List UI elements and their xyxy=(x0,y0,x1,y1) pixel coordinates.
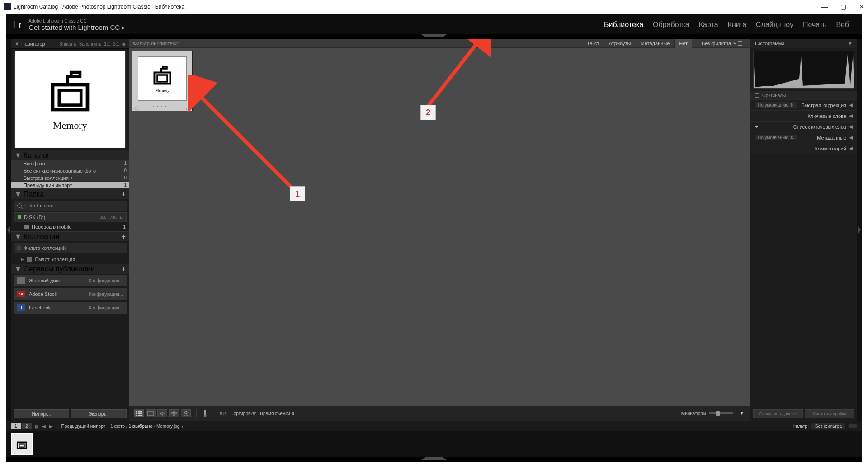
add-folder-icon[interactable]: + xyxy=(122,190,126,198)
filter-preset-dropdown[interactable]: Без фильтра ⇅ xyxy=(697,41,747,46)
thumbnail-cell[interactable]: Memory • • • • • xyxy=(132,51,193,111)
grid-small-icon[interactable]: ▦ xyxy=(34,424,38,429)
filter-switch-icon[interactable] xyxy=(848,424,857,428)
chevron-down-icon: ▼ xyxy=(14,41,19,47)
zoom-dd-icon[interactable]: ◆ xyxy=(122,42,126,47)
publish-configure[interactable]: Конфигурация... xyxy=(89,305,123,310)
navigator-preview[interactable]: Memory xyxy=(14,51,126,148)
left-panel-toggle[interactable] xyxy=(6,39,11,421)
module-web[interactable]: Веб xyxy=(831,21,854,29)
publish-item[interactable]: Жёсткий диск Конфигурация... xyxy=(14,275,127,286)
add-publish-icon[interactable]: + xyxy=(122,265,126,273)
thumbnail-size-slider[interactable] xyxy=(709,412,733,414)
filter-tab-attrs[interactable]: Атрибуты xyxy=(604,39,636,48)
metadata-preset-dropdown[interactable]: По умолчанию⇅ xyxy=(755,135,797,140)
originals-row[interactable]: Оригиналы xyxy=(750,91,857,99)
grid-view-icon[interactable] xyxy=(134,409,144,417)
catalog-item[interactable]: Все синхронизированные фото0 xyxy=(11,167,129,174)
publish-name: Adobe Stock xyxy=(29,291,57,297)
folder-filter-input[interactable]: Filter Folders xyxy=(14,201,127,211)
catalog-header[interactable]: ▼ Каталог xyxy=(11,150,129,160)
histogram[interactable] xyxy=(753,51,854,89)
status-filter-dropdown[interactable]: Без фильтра xyxy=(811,423,845,429)
painter-tool-icon[interactable] xyxy=(200,409,210,417)
metadata-section[interactable]: По умолчанию⇅ Метаданные ◀ xyxy=(750,132,857,143)
right-panel-toggle[interactable] xyxy=(857,39,862,421)
sort-dropdown[interactable]: Время съёмки ⇅ xyxy=(260,411,294,416)
import-button[interactable]: Импорт... xyxy=(14,409,69,418)
memory-folder-icon xyxy=(15,438,28,450)
catalog-item-selected[interactable]: Предыдущий импорт1 xyxy=(11,182,129,189)
chevron-down-icon[interactable]: ▾ xyxy=(181,424,184,429)
view-mode-1[interactable]: 1 xyxy=(11,423,21,429)
sort-direction-icon[interactable]: a↕z xyxy=(220,411,227,416)
close-button[interactable]: ✕ xyxy=(859,3,864,10)
sync-metadata-button[interactable]: Синхр. метаданные xyxy=(753,409,803,418)
zoom-fill[interactable]: Заполнить xyxy=(79,42,101,47)
publish-header[interactable]: ▼ Сервисы публикации + xyxy=(11,264,129,274)
filmstrip[interactable] xyxy=(6,431,862,457)
compare-view-icon[interactable]: X|Y xyxy=(157,409,167,417)
status-breadcrumb[interactable]: Предыдущий импорт xyxy=(61,424,106,429)
histogram-title: Гистограмма xyxy=(755,41,785,46)
catalog-item[interactable]: Все фото1 xyxy=(11,160,129,167)
adobestock-icon: St xyxy=(17,291,25,297)
survey-view-icon[interactable] xyxy=(169,409,179,417)
grid-view[interactable]: Memory • • • • • 1 2 xyxy=(129,48,750,406)
top-panel-toggle[interactable] xyxy=(6,34,862,39)
export-button[interactable]: Экспорт... xyxy=(71,409,127,418)
publish-configure[interactable]: Конфигурация... xyxy=(89,292,123,297)
disk-row[interactable]: DISK (D:) 355 / 736 ГБ xyxy=(14,212,127,222)
publish-item[interactable]: St Adobe Stock Конфигурация... xyxy=(14,288,127,300)
app-icon xyxy=(4,3,11,10)
histogram-header[interactable]: Гистограмма ▼ xyxy=(750,39,857,48)
comments-section[interactable]: Комментарий ◀ xyxy=(750,143,857,154)
prev-icon[interactable]: ◀ xyxy=(42,424,46,429)
maximize-button[interactable]: ▢ xyxy=(840,3,846,10)
view-mode-2[interactable]: 2 xyxy=(22,423,32,429)
toolbar-more-icon[interactable]: ▼ xyxy=(740,411,746,416)
catalog-item-count: 0 xyxy=(124,175,127,180)
header-line2[interactable]: Get started with Lightroom CC ▸ xyxy=(28,23,125,32)
loupe-view-icon[interactable] xyxy=(146,409,156,417)
lock-icon[interactable] xyxy=(738,41,742,46)
zoom-1-1[interactable]: 1:1 xyxy=(104,42,110,47)
collections-header[interactable]: ▼ Коллекции + xyxy=(11,231,129,241)
next-icon[interactable]: ▶ xyxy=(49,424,53,429)
publish-configure[interactable]: Конфигурация... xyxy=(89,278,123,283)
module-library[interactable]: Библиотека xyxy=(599,21,648,29)
zoom-fit[interactable]: Вписать xyxy=(59,42,76,47)
filmstrip-thumbnail[interactable] xyxy=(11,433,33,455)
module-book[interactable]: Книга xyxy=(723,21,751,29)
module-slideshow[interactable]: Слайд-шоу xyxy=(751,21,798,29)
bottom-panel-toggle[interactable] xyxy=(6,457,862,462)
rating-dots[interactable]: • • • • • xyxy=(132,104,192,108)
filter-tab-meta[interactable]: Метаданные xyxy=(636,39,675,48)
navigator-header[interactable]: ▼ Навигатор Вписать Заполнить 1:1 3:1 ◆ xyxy=(11,39,129,49)
quick-develop-section[interactable]: По умолчанию⇅ Быстрая коррекция ◀ xyxy=(750,99,857,110)
add-keyword-icon[interactable]: + xyxy=(755,123,759,130)
folders-header[interactable]: ▼ Папка + xyxy=(11,189,129,199)
folder-item[interactable]: Перевод в mobile 1 xyxy=(11,222,129,231)
checkbox-icon[interactable] xyxy=(755,93,760,98)
keywords-section[interactable]: Ключевые слова ◀ xyxy=(750,110,857,121)
publish-item[interactable]: f Facebook Конфигурация... xyxy=(14,302,127,314)
minimize-button[interactable]: — xyxy=(821,3,828,10)
filter-tab-text[interactable]: Текст xyxy=(582,39,604,48)
module-print[interactable]: Печать xyxy=(798,21,831,29)
center-area: Фильтр библиотеки: Текст Атрибуты Метада… xyxy=(129,39,750,421)
smart-collection-row[interactable]: ▶ Смарт-коллекция xyxy=(11,255,129,264)
keyword-list-section[interactable]: + Список ключевых слов ◀ xyxy=(750,121,857,132)
zoom-3-1[interactable]: 3:1 xyxy=(113,42,119,47)
svg-rect-18 xyxy=(171,414,174,416)
add-collection-icon[interactable]: + xyxy=(122,233,126,241)
collection-filter-input[interactable]: Фильтр коллекций xyxy=(14,243,127,253)
preset-dropdown[interactable]: По умолчанию⇅ xyxy=(755,102,797,108)
catalog-item[interactable]: Быстрая коллекция +0 xyxy=(11,174,129,182)
module-map[interactable]: Карта xyxy=(694,21,723,29)
sync-settings-button[interactable]: Синхр. настройки xyxy=(805,409,854,418)
filter-tab-none[interactable]: Нет xyxy=(674,39,692,48)
people-view-icon[interactable] xyxy=(181,409,191,417)
module-develop[interactable]: Обработка xyxy=(648,21,694,29)
status-filename[interactable]: Memory.jpg xyxy=(156,424,180,429)
